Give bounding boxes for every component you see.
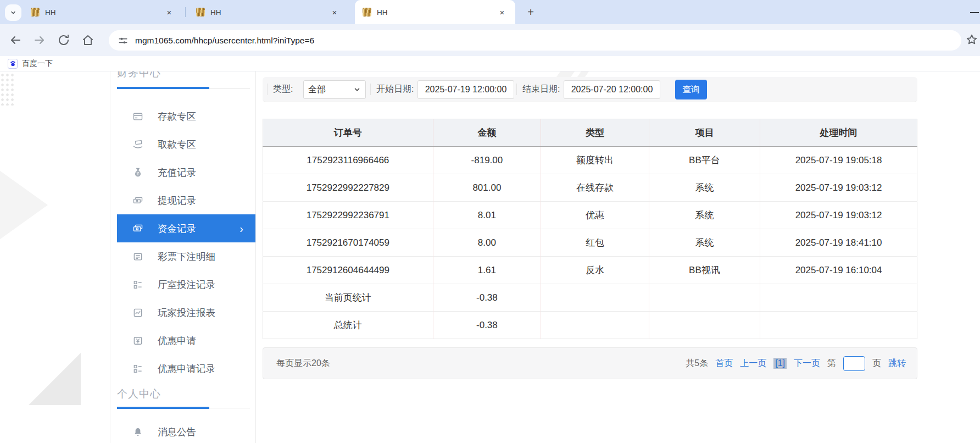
back-button[interactable] (9, 34, 22, 47)
table-cell: 2025-07-19 16:10:04 (760, 257, 917, 284)
query-button[interactable]: 查询 (675, 80, 707, 99)
sidebar-item-label: 充值记录 (158, 166, 196, 179)
sidebar-item-hall-bet-records[interactable]: 厅室投注记录 (117, 270, 255, 298)
prev-page-link[interactable]: 上一页 (740, 358, 766, 369)
tab-search-button[interactable] (5, 4, 21, 21)
bank-card-icon (132, 111, 143, 122)
records-table: 订单号 金额 类型 项目 处理时间 1752923116966466-819.0… (263, 119, 917, 339)
table-cell: -819.00 (433, 147, 541, 174)
table-cell: 2025-07-19 19:03:12 (760, 174, 917, 202)
column-header-project: 项目 (649, 119, 760, 147)
table-cell: 总统计 (263, 312, 433, 339)
end-date-input[interactable] (564, 80, 660, 99)
table-row: 17529216701740598.00红包系统2025-07-19 18:41… (263, 229, 917, 257)
table-cell: 在线存款 (541, 174, 649, 202)
sidebar-menu-personal: 消息公告 (110, 418, 255, 443)
sidebar-item-funds-records[interactable]: 资金记录 › (117, 214, 255, 242)
grid-list-icon (132, 363, 143, 374)
type-select[interactable]: 全部 (303, 80, 366, 99)
next-page-link[interactable]: 下一页 (794, 358, 820, 369)
watermark-triangle (0, 164, 48, 246)
baidu-paw-icon (8, 59, 18, 69)
current-page-indicator: [1] (773, 358, 787, 369)
table-row: 17529126046444991.61反水BB视讯2025-07-19 16:… (263, 257, 917, 284)
pagination-bar: 每页显示20条 共5条 首页 上一页 [1] 下一页 第 页 跳转 (263, 347, 917, 379)
sidebar-item-withdraw-zone[interactable]: 取款专区 (117, 130, 255, 158)
window-minimize-button[interactable] (970, 12, 979, 13)
table-cell: 1752922992236791 (263, 202, 433, 229)
table-header-row: 订单号 金额 类型 项目 处理时间 (263, 119, 917, 147)
end-date-label: 结束日期: (516, 84, 560, 95)
home-button[interactable] (81, 34, 94, 47)
hand-card-icon (132, 139, 143, 150)
money-bag-icon (132, 167, 143, 178)
total-count-label: 共5条 (686, 358, 708, 369)
watermark-triangle (29, 353, 81, 405)
first-page-link[interactable]: 首页 (715, 358, 733, 369)
table-cell: 系统 (649, 229, 760, 257)
tab-2[interactable]: HH × (188, 0, 348, 24)
sidebar-item-recharge-records[interactable]: 充值记录 (117, 158, 255, 186)
tab-close-icon[interactable]: × (497, 7, 508, 18)
tab-3-active[interactable]: HH × (355, 0, 515, 24)
table-cell (760, 312, 917, 339)
table-row: 17529229922367918.01优惠系统2025-07-19 19:03… (263, 202, 917, 229)
tab-1[interactable]: HH × (23, 0, 182, 24)
table-cell: 1.61 (433, 257, 541, 284)
table-cell (541, 284, 649, 312)
column-header-process-time: 处理时间 (760, 119, 917, 147)
tab-title: HH (210, 8, 329, 16)
sidebar-item-messages[interactable]: 消息公告 (117, 418, 255, 443)
start-date-label: 开始日期: (370, 84, 414, 95)
bookmark-star-icon[interactable] (966, 34, 978, 46)
table-row: 1752922992227829801.00在线存款系统2025-07-19 1… (263, 174, 917, 202)
filter-bar: 类型: 全部 开始日期: 结束日期: 查询 (263, 77, 917, 102)
sidebar-item-promo-apply[interactable]: 优惠申请 (117, 326, 255, 355)
table-cell (649, 284, 760, 312)
sidebar-item-label: 提现记录 (158, 194, 196, 207)
bookmark-label: 百度一下 (22, 59, 53, 69)
bookmark-baidu[interactable]: 百度一下 (8, 59, 53, 69)
site-settings-icon[interactable] (118, 35, 129, 46)
jump-label-pre: 第 (827, 358, 836, 369)
tab-close-icon[interactable]: × (164, 7, 175, 18)
site-favicon (363, 8, 371, 16)
jump-link[interactable]: 跳转 (888, 358, 906, 369)
table-cell: BB视讯 (649, 257, 760, 284)
bell-icon (132, 427, 143, 438)
column-header-amount: 金额 (433, 119, 541, 147)
table-cell (541, 312, 649, 339)
per-page-label: 每页显示20条 (276, 358, 330, 369)
page-jump-input[interactable] (843, 356, 865, 371)
sidebar-item-withdrawal-records[interactable]: 提现记录 (117, 186, 255, 214)
new-tab-button[interactable]: + (523, 4, 538, 20)
sidebar-item-player-bet-report[interactable]: 玩家投注报表 (117, 298, 255, 326)
address-bar[interactable]: mgm1065.com/hhcp/usercenter.html?iniType… (109, 30, 961, 51)
tab-close-icon[interactable]: × (329, 7, 340, 18)
table-cell: 8.00 (433, 229, 541, 257)
sidebar-item-deposit-zone[interactable]: 存款专区 (117, 102, 255, 130)
forward-button[interactable] (33, 34, 46, 47)
table-cell: 2025-07-19 19:03:12 (760, 202, 917, 229)
tab-divider (185, 7, 186, 17)
section-divider (117, 408, 250, 408)
table-cell: 1752922992227829 (263, 174, 433, 202)
section-divider (117, 88, 250, 88)
chevron-right-icon: › (240, 223, 243, 234)
reload-button[interactable] (57, 34, 70, 47)
sidebar-item-promo-apply-records[interactable]: 优惠申请记录 (117, 355, 255, 383)
table-cell: 2025-07-19 18:41:10 (760, 229, 917, 257)
bookmarks-bar: 百度一下 (0, 56, 980, 71)
type-filter-label: 类型: (267, 84, 293, 95)
sidebar-item-label: 资金记录 (158, 222, 196, 235)
start-date-input[interactable] (417, 80, 514, 99)
table-cell: -0.38 (433, 312, 541, 339)
table-cell: 系统 (649, 174, 760, 202)
sidebar: 财务中心 存款专区 取款专区 充值记录 提现记录 (110, 71, 256, 443)
sidebar-item-lottery-bet-detail[interactable]: 彩票下注明细 (117, 242, 255, 270)
table-cell: 反水 (541, 257, 649, 284)
tab-title: HH (377, 8, 497, 16)
sidebar-item-label: 优惠申请记录 (158, 362, 215, 375)
url-text: mgm1065.com/hhcp/usercenter.html?iniType… (135, 36, 314, 46)
table-cell: 当前页统计 (263, 284, 433, 312)
